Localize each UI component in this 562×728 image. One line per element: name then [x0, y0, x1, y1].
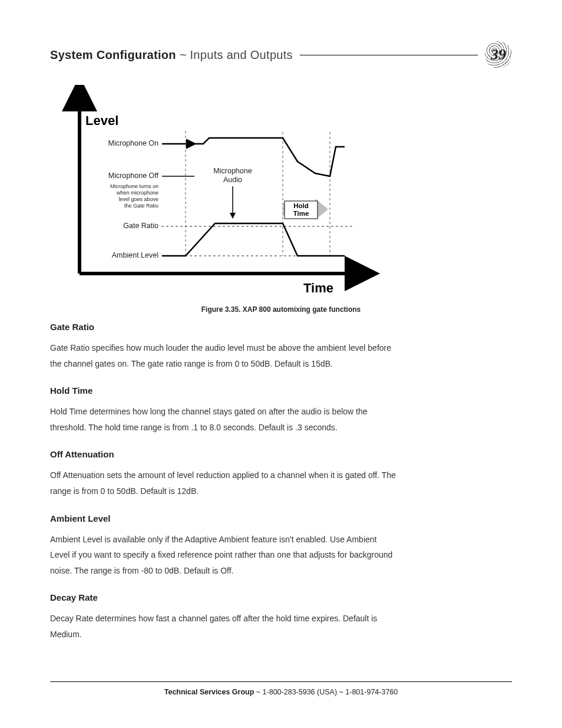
header-rule [300, 55, 478, 55]
section-hold-time: Hold Time Hold Time determines how long … [50, 386, 512, 435]
svg-text:level goes above: level goes above [118, 196, 158, 202]
hold-time-arrow: Hold Time [283, 199, 328, 220]
svg-text:when microphone: when microphone [116, 190, 158, 196]
footer-strong: Technical Services Group [164, 688, 254, 696]
page-title-strong: System Configuration [50, 48, 176, 61]
section-body: Decay Rate determines how fast a channel… [50, 611, 398, 642]
footer-text: Technical Services Group ~ 1-800-283-593… [0, 688, 562, 696]
axis-x-label: Time [303, 281, 333, 295]
svg-text:Microphone turns on: Microphone turns on [110, 183, 158, 189]
gate-diagram-svg: Level Time [50, 85, 380, 303]
section-heading: Ambient Level [50, 513, 512, 523]
svg-text:Hold: Hold [293, 202, 309, 209]
figure-caption: Figure 3.35. XAP 800 automixing gate fun… [50, 305, 512, 314]
section-heading: Off Attenuation [50, 449, 512, 459]
page-header: System Configuration ~ Inputs and Output… [50, 41, 512, 68]
svg-text:Microphone Off: Microphone Off [108, 172, 159, 180]
svg-text:Gate Ratio: Gate Ratio [123, 222, 158, 230]
svg-text:the Gate Ratio: the Gate Ratio [124, 203, 158, 209]
axis-y-label: Level [85, 113, 118, 128]
section-heading: Decay Rate [50, 592, 512, 602]
page-number-badge: 39 [485, 41, 512, 68]
section-off-attenuation: Off Attenuation Off Attenuation sets the… [50, 449, 512, 499]
section-body: Off Attenuation sets the amount of level… [50, 467, 398, 499]
figure-gate-diagram: Level Time [50, 85, 512, 314]
svg-text:Microphone: Microphone [213, 167, 252, 175]
page: System Configuration ~ Inputs and Output… [0, 0, 562, 728]
page-title: System Configuration ~ Inputs and Output… [50, 48, 293, 62]
page-title-light: Inputs and Outputs [190, 48, 293, 61]
section-gate-ratio: Gate Ratio Gate Ratio specifies how much… [50, 322, 512, 371]
section-ambient-level: Ambient Level Ambient Level is available… [50, 513, 512, 579]
footer-rest: ~ 1-800-283-5936 (USA) ~ 1-801-974-3760 [254, 688, 398, 696]
svg-text:Audio: Audio [223, 176, 242, 184]
svg-text:Time: Time [293, 210, 309, 217]
section-decay-rate: Decay Rate Decay Rate determines how fas… [50, 592, 512, 642]
svg-text:Ambient Level: Ambient Level [112, 251, 158, 259]
section-body: Hold Time determines how long the channe… [50, 404, 398, 435]
section-body: Gate Ratio specifies how much louder the… [50, 340, 398, 371]
section-body: Ambient Level is available only if the A… [50, 532, 398, 579]
section-heading: Gate Ratio [50, 322, 512, 332]
section-heading: Hold Time [50, 386, 512, 396]
page-title-sep: ~ [176, 48, 190, 61]
footer-rule [50, 681, 512, 682]
svg-text:Microphone On: Microphone On [108, 139, 159, 147]
page-number: 39 [491, 46, 506, 64]
